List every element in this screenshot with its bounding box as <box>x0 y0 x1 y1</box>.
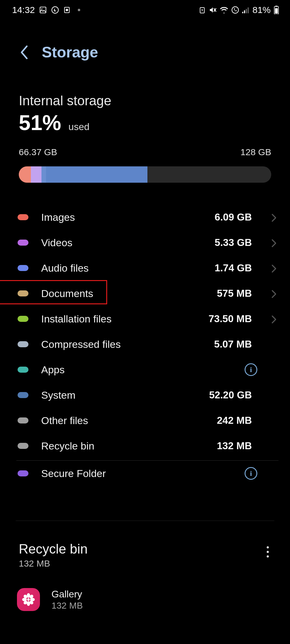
category-value: 132 MB <box>217 440 252 452</box>
call-icon <box>231 6 239 14</box>
chevron-right-icon <box>271 315 278 322</box>
back-button[interactable] <box>18 46 30 58</box>
chevron-right-icon <box>271 290 278 297</box>
pill-icon <box>18 214 28 220</box>
category-secure-folder[interactable]: Secure Folder i <box>18 461 278 486</box>
svg-point-16 <box>27 598 30 601</box>
category-recycle-bin: Recycle bin132 MB <box>18 433 278 459</box>
pill-icon <box>18 290 28 296</box>
svg-point-8 <box>232 7 239 13</box>
storage-bar <box>19 166 271 183</box>
svg-point-1 <box>41 8 42 9</box>
page-title: Storage <box>42 44 98 61</box>
status-dot <box>78 9 80 11</box>
pill-icon <box>18 443 28 449</box>
category-value: 575 MB <box>217 288 252 299</box>
app-name: Gallery <box>51 589 83 600</box>
category-value: 242 MB <box>217 415 252 426</box>
app-icon <box>63 6 71 14</box>
secure-folder-list: Secure Folder i <box>0 461 290 486</box>
info-icon[interactable]: i <box>245 467 257 480</box>
category-label: Recycle bin <box>41 440 204 452</box>
svg-rect-12 <box>248 8 249 13</box>
pill-icon <box>18 470 28 476</box>
svg-point-2 <box>52 7 58 13</box>
category-other-files: Other files242 MB <box>18 408 278 433</box>
svg-point-17 <box>27 593 30 598</box>
recycle-bin-section: Recycle bin 132 MB <box>0 521 290 569</box>
svg-rect-0 <box>40 7 46 13</box>
category-value: 5.33 GB <box>215 237 252 248</box>
percent-value: 51% <box>19 111 61 135</box>
svg-rect-15 <box>275 8 278 13</box>
category-audio-files[interactable]: Audio files1.74 GB <box>18 255 278 281</box>
category-label: Videos <box>41 237 202 249</box>
category-value: 5.07 MB <box>214 338 252 350</box>
category-label: Secure Folder <box>41 468 232 479</box>
whatsapp-icon <box>51 6 59 14</box>
pill-icon <box>18 392 28 398</box>
pill-icon <box>18 417 28 423</box>
app-item-gallery[interactable]: Gallery 132 MB <box>0 569 290 611</box>
category-label: Other files <box>41 415 204 427</box>
chevron-right-icon <box>271 264 278 272</box>
mute-icon <box>209 6 217 14</box>
category-label: Images <box>41 211 202 223</box>
page-header: Storage <box>0 20 290 70</box>
category-images[interactable]: Images6.09 GB <box>18 204 278 230</box>
battery-text: 81% <box>252 5 271 15</box>
svg-point-4 <box>66 9 68 11</box>
category-installation-files[interactable]: Installation files73.50 MB <box>18 306 278 332</box>
category-label: System <box>41 389 196 401</box>
category-label: Documents <box>41 288 204 299</box>
svg-rect-10 <box>244 10 245 13</box>
category-documents[interactable]: Documents575 MB <box>18 281 278 306</box>
recycle-bin-title: Recycle bin <box>19 541 87 557</box>
progress-segment <box>31 166 41 183</box>
chevron-right-icon <box>271 239 278 246</box>
chevron-right-icon <box>271 214 278 221</box>
progress-segment <box>19 166 31 183</box>
pill-icon <box>18 265 28 271</box>
app-text: Gallery 132 MB <box>51 589 83 611</box>
total-size: 128 GB <box>240 147 271 157</box>
clock: 14:32 <box>12 5 35 15</box>
category-compressed-files: Compressed files5.07 MB <box>18 332 278 357</box>
category-label: Compressed files <box>41 338 201 350</box>
category-system: System52.20 GB <box>18 382 278 408</box>
svg-rect-11 <box>246 9 247 13</box>
pill-icon <box>18 341 28 347</box>
gallery-icon <box>17 588 40 611</box>
battery-icon <box>274 6 279 14</box>
battery-saver-icon <box>199 6 206 14</box>
percent-label: used <box>68 121 89 132</box>
percent-row: 51% used <box>19 111 271 135</box>
recycle-bin-size: 132 MB <box>19 558 87 569</box>
category-label: Audio files <box>41 262 202 274</box>
wifi-icon <box>220 7 228 13</box>
pill-icon <box>18 240 28 246</box>
category-apps[interactable]: Appsi <box>18 357 278 382</box>
used-size: 66.37 GB <box>19 147 57 157</box>
size-row: 66.37 GB 128 GB <box>19 147 271 157</box>
internal-storage-title: Internal storage <box>19 93 271 108</box>
category-value: 1.74 GB <box>215 262 252 274</box>
category-label: Installation files <box>41 313 196 325</box>
signal-icon <box>242 7 249 13</box>
category-value: 73.50 MB <box>209 313 252 325</box>
svg-point-19 <box>22 598 27 601</box>
category-list: Images6.09 GBVideos5.33 GBAudio files1.7… <box>0 204 290 459</box>
info-icon[interactable]: i <box>245 363 257 376</box>
svg-point-18 <box>27 601 30 606</box>
status-left: 14:32 <box>12 5 80 15</box>
category-label: Apps <box>41 364 232 376</box>
internal-storage-section: Internal storage 51% used 66.37 GB 128 G… <box>0 70 290 183</box>
pill-icon <box>18 367 28 373</box>
svg-point-20 <box>30 598 35 601</box>
progress-segment <box>46 166 147 183</box>
app-size: 132 MB <box>51 600 83 611</box>
category-value: 6.09 GB <box>215 211 252 223</box>
category-videos[interactable]: Videos5.33 GB <box>18 230 278 255</box>
category-value: 52.20 GB <box>209 389 252 401</box>
more-options-button[interactable] <box>267 546 269 557</box>
